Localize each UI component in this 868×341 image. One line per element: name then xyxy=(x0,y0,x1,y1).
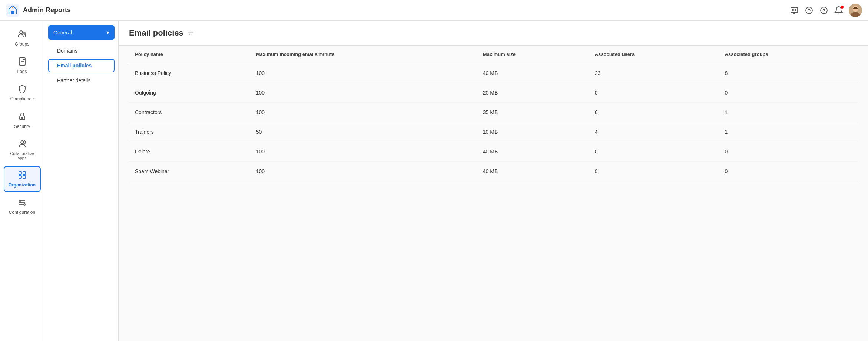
sidebar-item-collaborative-apps[interactable]: Collaborative apps xyxy=(4,135,41,165)
sub-sidebar-label-email-policies: Email policies xyxy=(57,63,92,69)
sidebar-label-collaborative-apps: Collaborative apps xyxy=(7,151,37,160)
cell-max_incoming-2: 100 xyxy=(250,103,477,122)
cell-max_size-5: 40 MB xyxy=(477,162,589,181)
cell-policy_name-5: Spam Webinar xyxy=(129,162,250,181)
svg-rect-24 xyxy=(19,172,21,174)
col-header-max-size: Maximum size xyxy=(477,46,589,63)
sub-sidebar-item-email-policies[interactable]: Email policies xyxy=(48,59,115,72)
notification-dot xyxy=(841,6,844,9)
sub-sidebar-item-domains[interactable]: Domains xyxy=(48,44,115,57)
cell-max_incoming-4: 100 xyxy=(250,142,477,162)
cell-max_incoming-3: 50 xyxy=(250,122,477,142)
sub-sidebar-item-partner-details[interactable]: Partner details xyxy=(48,74,115,87)
sidebar-item-security[interactable]: Security xyxy=(4,107,41,133)
page-title: Email policies xyxy=(129,28,183,38)
cell-associated_groups-4: 0 xyxy=(719,142,858,162)
cell-max_incoming-0: 100 xyxy=(250,63,477,83)
table-row[interactable]: Business Policy10040 MB238 xyxy=(129,63,858,83)
app-title: Admin Reports xyxy=(23,6,71,14)
sub-sidebar: General ▾ Domains Email policies Partner… xyxy=(44,21,119,341)
help-icon[interactable]: ? xyxy=(819,6,829,15)
cell-associated_groups-3: 1 xyxy=(719,122,858,142)
cell-associated_groups-2: 1 xyxy=(719,103,858,122)
sidebar-label-compliance: Compliance xyxy=(10,96,34,102)
sidebar-label-groups: Groups xyxy=(15,42,29,47)
sidebar-item-compliance[interactable]: Compliance xyxy=(4,80,41,106)
chevron-down-icon: ▾ xyxy=(106,29,109,36)
svg-rect-27 xyxy=(23,176,26,178)
notifications-icon[interactable] xyxy=(834,6,844,15)
main-layout: Groups Logs Compliance xyxy=(0,21,868,341)
svg-point-32 xyxy=(24,204,25,205)
col-header-associated-users: Associated users xyxy=(589,46,719,63)
sidebar-label-configuration: Configuration xyxy=(9,210,35,215)
email-policies-table: Policy name Maximum incoming emails/minu… xyxy=(129,46,858,181)
avatar[interactable] xyxy=(849,4,862,17)
cell-associated_users-1: 0 xyxy=(589,83,719,103)
groups-icon xyxy=(18,30,27,40)
table-row[interactable]: Contractors10035 MB61 xyxy=(129,103,858,122)
col-header-policy-name: Policy name xyxy=(129,46,250,63)
top-bar-actions: ? xyxy=(789,4,862,17)
svg-rect-1 xyxy=(11,11,14,14)
cell-policy_name-4: Delete xyxy=(129,142,250,162)
svg-point-31 xyxy=(19,202,21,203)
cell-max_size-0: 40 MB xyxy=(477,63,589,83)
security-icon xyxy=(18,112,27,122)
sidebar-item-organization[interactable]: Organization xyxy=(4,166,41,192)
svg-point-22 xyxy=(21,117,23,119)
cell-max_incoming-5: 100 xyxy=(250,162,477,181)
upload-icon[interactable] xyxy=(804,6,814,15)
configuration-icon xyxy=(18,198,27,208)
cell-policy_name-1: Outgoing xyxy=(129,83,250,103)
cell-associated_users-4: 0 xyxy=(589,142,719,162)
svg-point-15 xyxy=(20,31,23,34)
main-content: Email policies ☆ Policy name Maximum inc… xyxy=(119,21,868,341)
sub-sidebar-label-partner-details: Partner details xyxy=(57,77,90,83)
screen-icon[interactable] xyxy=(789,6,799,15)
cell-associated_groups-0: 8 xyxy=(719,63,858,83)
table-row[interactable]: Outgoing10020 MB00 xyxy=(129,83,858,103)
cell-max_size-2: 35 MB xyxy=(477,103,589,122)
sub-sidebar-header-general[interactable]: General ▾ xyxy=(48,25,115,40)
sidebar-label-organization: Organization xyxy=(9,182,36,188)
star-icon[interactable]: ☆ xyxy=(188,29,194,37)
svg-point-6 xyxy=(792,9,794,11)
cell-associated_users-0: 23 xyxy=(589,63,719,83)
app-logo: Admin Reports xyxy=(6,4,71,17)
col-header-max-incoming: Maximum incoming emails/minute xyxy=(250,46,477,63)
svg-point-16 xyxy=(23,32,25,34)
compliance-icon xyxy=(18,85,27,95)
svg-rect-26 xyxy=(19,176,21,178)
table-row[interactable]: Delete10040 MB00 xyxy=(129,142,858,162)
sidebar-item-groups[interactable]: Groups xyxy=(4,25,41,51)
cell-associated_groups-5: 0 xyxy=(719,162,858,181)
sidebar: Groups Logs Compliance xyxy=(0,21,44,341)
cell-policy_name-2: Contractors xyxy=(129,103,250,122)
sidebar-item-logs[interactable]: Logs xyxy=(4,53,41,79)
sidebar-item-configuration[interactable]: Configuration xyxy=(4,193,41,219)
logs-icon xyxy=(18,57,27,67)
table-row[interactable]: Trainers5010 MB41 xyxy=(129,122,858,142)
sub-sidebar-header-label: General xyxy=(53,30,72,36)
logo-icon xyxy=(6,4,19,17)
cell-associated_groups-1: 0 xyxy=(719,83,858,103)
sub-sidebar-label-domains: Domains xyxy=(57,48,77,54)
table-container: Policy name Maximum incoming emails/minu… xyxy=(119,46,868,341)
table-row[interactable]: Spam Webinar10040 MB00 xyxy=(129,162,858,181)
table-header-row: Policy name Maximum incoming emails/minu… xyxy=(129,46,858,63)
cell-policy_name-0: Business Policy xyxy=(129,63,250,83)
cell-max_size-1: 20 MB xyxy=(477,83,589,103)
svg-text:?: ? xyxy=(822,8,825,13)
cell-associated_users-5: 0 xyxy=(589,162,719,181)
svg-point-23 xyxy=(21,141,24,144)
svg-rect-25 xyxy=(23,172,26,174)
svg-point-2 xyxy=(12,7,13,8)
cell-associated_users-3: 4 xyxy=(589,122,719,142)
col-header-associated-groups: Associated groups xyxy=(719,46,858,63)
cell-policy_name-3: Trainers xyxy=(129,122,250,142)
sidebar-label-security: Security xyxy=(14,124,30,129)
top-bar: Admin Reports ? xyxy=(0,0,868,21)
cell-max_incoming-1: 100 xyxy=(250,83,477,103)
collaborative-apps-icon xyxy=(18,139,27,150)
